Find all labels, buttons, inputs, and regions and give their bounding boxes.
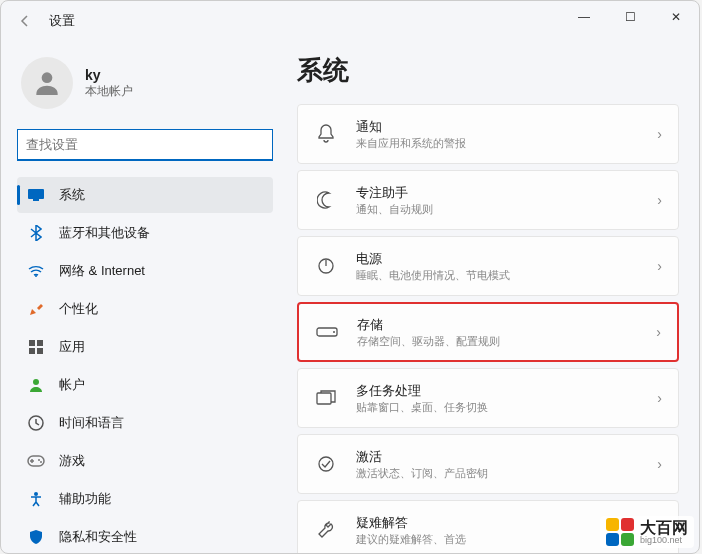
nav-item-accounts[interactable]: 帐户 <box>17 367 273 403</box>
nav-item-personalize[interactable]: 个性化 <box>17 291 273 327</box>
profile-subtitle: 本地帐户 <box>85 83 133 100</box>
system-icon <box>27 186 45 204</box>
nav-label: 辅助功能 <box>59 490 111 508</box>
wrench-icon <box>314 518 338 542</box>
nav-label: 个性化 <box>59 300 98 318</box>
profile-section[interactable]: ky 本地帐户 <box>17 49 273 125</box>
setting-title: 激活 <box>356 448 657 466</box>
nav-label: 应用 <box>59 338 85 356</box>
svg-point-13 <box>34 492 38 496</box>
nav-item-bluetooth[interactable]: 蓝牙和其他设备 <box>17 215 273 251</box>
nav-list: 系统蓝牙和其他设备网络 & Internet个性化应用帐户时间和语言游戏辅助功能… <box>17 177 273 553</box>
watermark-main: 大百网 <box>640 520 688 536</box>
chevron-right-icon: › <box>657 192 662 208</box>
svg-rect-17 <box>317 393 331 404</box>
chevron-right-icon: › <box>656 324 661 340</box>
back-arrow-icon <box>17 13 33 29</box>
minimize-button[interactable]: — <box>561 1 607 33</box>
svg-point-12 <box>40 461 42 463</box>
nav-item-gaming[interactable]: 游戏 <box>17 443 273 479</box>
privacy-icon <box>27 528 45 546</box>
nav-label: 系统 <box>59 186 85 204</box>
svg-rect-4 <box>29 340 35 346</box>
nav-label: 蓝牙和其他设备 <box>59 224 150 242</box>
nav-item-apps[interactable]: 应用 <box>17 329 273 365</box>
nav-label: 网络 & Internet <box>59 262 145 280</box>
svg-rect-1 <box>28 189 44 199</box>
setting-title: 多任务处理 <box>356 382 657 400</box>
setting-desc: 睡眠、电池使用情况、节电模式 <box>356 268 657 283</box>
apps-icon <box>27 338 45 356</box>
svg-point-16 <box>333 331 335 333</box>
page-title: 系统 <box>297 53 679 88</box>
svg-point-0 <box>42 72 53 83</box>
nav-label: 帐户 <box>59 376 85 394</box>
setting-item-notifications[interactable]: 通知来自应用和系统的警报› <box>297 104 679 164</box>
setting-item-power[interactable]: 电源睡眠、电池使用情况、节电模式› <box>297 236 679 296</box>
setting-title: 通知 <box>356 118 657 136</box>
svg-rect-6 <box>29 348 35 354</box>
chevron-right-icon: › <box>657 126 662 142</box>
search-input[interactable] <box>26 137 264 152</box>
setting-item-storage[interactable]: 存储存储空间、驱动器、配置规则› <box>297 302 679 362</box>
setting-item-multitask[interactable]: 多任务处理贴靠窗口、桌面、任务切换› <box>297 368 679 428</box>
watermark: 大百网 big100.net <box>600 516 694 548</box>
svg-point-8 <box>33 379 39 385</box>
bluetooth-icon <box>27 224 45 242</box>
maximize-button[interactable]: ☐ <box>607 1 653 33</box>
power-icon <box>314 254 338 278</box>
setting-desc: 激活状态、订阅、产品密钥 <box>356 466 657 481</box>
search-input-wrapper[interactable] <box>17 129 273 161</box>
back-button[interactable] <box>9 5 41 37</box>
time-icon <box>27 414 45 432</box>
nav-item-accessibility[interactable]: 辅助功能 <box>17 481 273 517</box>
setting-title: 专注助手 <box>356 184 657 202</box>
chevron-right-icon: › <box>657 456 662 472</box>
nav-label: 时间和语言 <box>59 414 124 432</box>
setting-title: 存储 <box>357 316 656 334</box>
moon-icon <box>314 188 338 212</box>
svg-point-11 <box>38 459 40 461</box>
network-icon <box>27 262 45 280</box>
svg-rect-5 <box>37 340 43 346</box>
accessibility-icon <box>27 490 45 508</box>
setting-desc: 贴靠窗口、桌面、任务切换 <box>356 400 657 415</box>
setting-title: 电源 <box>356 250 657 268</box>
sidebar: ky 本地帐户 系统蓝牙和其他设备网络 & Internet个性化应用帐户时间和… <box>1 41 281 553</box>
nav-item-privacy[interactable]: 隐私和安全性 <box>17 519 273 553</box>
nav-item-time[interactable]: 时间和语言 <box>17 405 273 441</box>
nav-item-network[interactable]: 网络 & Internet <box>17 253 273 289</box>
nav-label: 隐私和安全性 <box>59 528 137 546</box>
close-button[interactable]: ✕ <box>653 1 699 33</box>
watermark-sub: big100.net <box>640 536 688 545</box>
svg-point-18 <box>319 457 333 471</box>
check-icon <box>314 452 338 476</box>
svg-rect-7 <box>37 348 43 354</box>
drive-icon <box>315 320 339 344</box>
profile-name: ky <box>85 67 133 83</box>
chevron-right-icon: › <box>657 258 662 274</box>
setting-desc: 来自应用和系统的警报 <box>356 136 657 151</box>
accounts-icon <box>27 376 45 394</box>
watermark-logo-icon <box>606 518 634 546</box>
main-content: 系统 通知来自应用和系统的警报›专注助手通知、自动规则›电源睡眠、电池使用情况、… <box>281 41 699 553</box>
setting-desc: 通知、自动规则 <box>356 202 657 217</box>
person-icon <box>31 67 63 99</box>
setting-desc: 存储空间、驱动器、配置规则 <box>357 334 656 349</box>
setting-item-activation[interactable]: 激活激活状态、订阅、产品密钥› <box>297 434 679 494</box>
chevron-right-icon: › <box>657 390 662 406</box>
multitask-icon <box>314 386 338 410</box>
nav-item-system[interactable]: 系统 <box>17 177 273 213</box>
avatar <box>21 57 73 109</box>
gaming-icon <box>27 452 45 470</box>
titlebar: 设置 — ☐ ✕ <box>1 1 699 41</box>
svg-rect-2 <box>33 199 39 201</box>
nav-label: 游戏 <box>59 452 85 470</box>
window-title: 设置 <box>49 12 75 30</box>
setting-list: 通知来自应用和系统的警报›专注助手通知、自动规则›电源睡眠、电池使用情况、节电模… <box>297 104 679 553</box>
svg-point-3 <box>35 275 37 277</box>
personalize-icon <box>27 300 45 318</box>
setting-item-focus[interactable]: 专注助手通知、自动规则› <box>297 170 679 230</box>
bell-icon <box>314 122 338 146</box>
